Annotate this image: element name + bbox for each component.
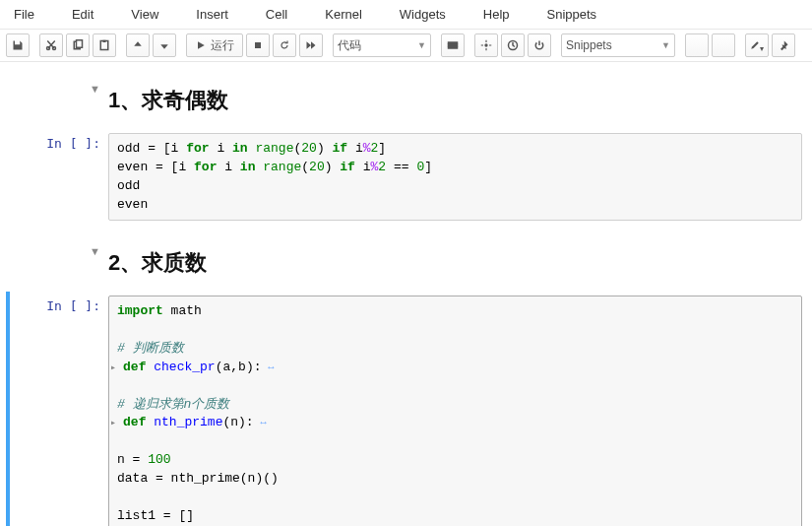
cell-type-value: 代码 [338, 37, 361, 54]
list-icon[interactable] [712, 33, 735, 57]
snippets-select[interactable]: Snippets ▼ [561, 33, 675, 57]
menu-item-view[interactable]: View [123, 3, 166, 26]
collapse-icon[interactable]: ▼ [90, 83, 100, 95]
fold-marker-icon[interactable]: ▸ [110, 418, 116, 428]
svg-rect-6 [255, 42, 261, 48]
stop-icon[interactable] [246, 33, 270, 57]
menu-bar: FileEditViewInsertCellKernelWidgetsHelpS… [0, 0, 812, 30]
menu-item-file[interactable]: File [6, 3, 42, 26]
run-button[interactable]: 运行 [186, 33, 243, 57]
move-up-icon[interactable] [126, 33, 150, 57]
restart-icon[interactable] [273, 33, 296, 57]
heading-cell: 1、求奇偶数 [108, 80, 802, 125]
menu-item-help[interactable]: Help [475, 3, 518, 26]
menu-item-edit[interactable]: Edit [64, 3, 101, 26]
code-cell[interactable]: import math # 判断质数 ▸def check_pr(a,b): ↔… [108, 296, 802, 526]
collapse-up-icon[interactable] [685, 33, 709, 57]
notebook-area: ▼1、求奇偶数In [ ]:odd = [i for i in range(20… [0, 62, 812, 526]
svg-point-10 [485, 44, 487, 46]
fold-arrow-icon[interactable]: ↔ [254, 417, 267, 428]
save-icon[interactable] [6, 33, 30, 57]
snippets-value: Snippets [566, 38, 612, 52]
fast-forward-icon[interactable] [299, 33, 323, 57]
caret-down-icon: ▼ [661, 40, 670, 50]
fold-arrow-icon[interactable]: ↔ [261, 362, 274, 373]
svg-rect-7 [449, 42, 458, 44]
run-label: 运行 [211, 37, 234, 54]
fold-marker-icon[interactable]: ▸ [110, 362, 116, 373]
code-cell[interactable]: odd = [i for i in range(20) if i%2] even… [108, 133, 802, 221]
power-icon[interactable] [528, 33, 551, 57]
heading-cell: 2、求质数 [108, 242, 802, 288]
svg-rect-9 [449, 47, 458, 49]
collapse-icon[interactable]: ▼ [90, 245, 100, 257]
toolbar: 运行 代码 ▼ Snippets ▼ ▾ [0, 30, 812, 62]
menu-item-widgets[interactable]: Widgets [392, 3, 454, 26]
pin-icon[interactable] [772, 33, 795, 57]
brush-icon[interactable]: ▾ [745, 33, 769, 57]
input-prompt: In [ ]: [46, 136, 100, 151]
menu-item-kernel[interactable]: Kernel [317, 3, 370, 26]
caret-down-icon: ▼ [417, 40, 426, 50]
menu-item-snippets[interactable]: Snippets [539, 3, 605, 26]
menu-item-insert[interactable]: Insert [188, 3, 236, 26]
svg-rect-5 [103, 40, 106, 42]
paste-icon[interactable] [93, 33, 116, 57]
move-down-icon[interactable] [153, 33, 176, 57]
svg-rect-3 [77, 40, 83, 48]
menu-item-cell[interactable]: Cell [258, 3, 295, 26]
target-icon[interactable] [474, 33, 498, 57]
cut-icon[interactable] [39, 33, 63, 57]
cell-type-select[interactable]: 代码 ▼ [333, 33, 431, 57]
svg-rect-8 [449, 44, 458, 46]
input-prompt: In [ ]: [46, 298, 100, 313]
clock-icon[interactable] [501, 33, 525, 57]
copy-icon[interactable] [66, 33, 90, 57]
command-palette-icon[interactable] [441, 33, 465, 57]
